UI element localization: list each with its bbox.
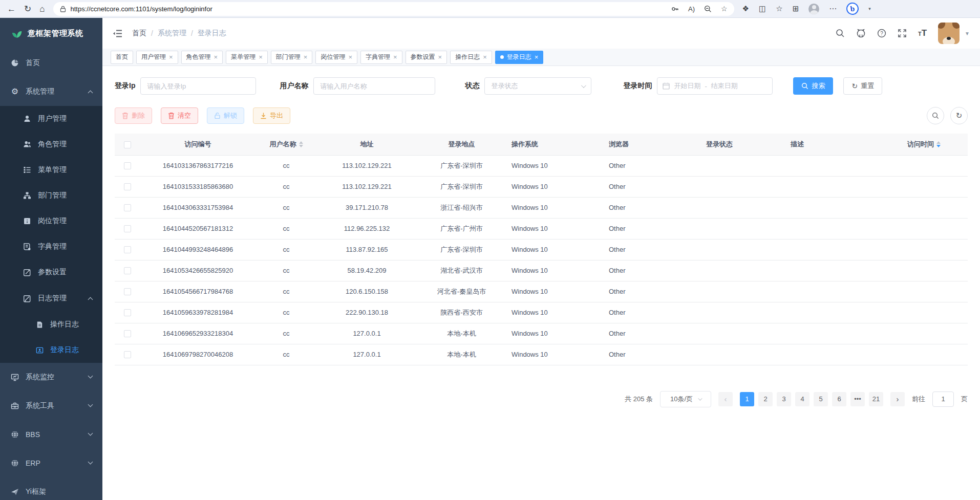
user-input[interactable]	[313, 77, 435, 95]
col-user-name[interactable]: 用户名称	[255, 134, 317, 155]
password-key-icon[interactable]	[671, 5, 679, 13]
row-checkbox[interactable]	[124, 225, 131, 232]
page-button[interactable]: 4	[795, 392, 809, 406]
table-row[interactable]: 1641059633978281984 cc 222.90.130.18 陕西省…	[115, 302, 968, 323]
reset-button[interactable]: ↻ 重置	[843, 77, 882, 95]
breadcrumb-home[interactable]: 首页	[132, 29, 146, 38]
page-button[interactable]: 2	[758, 392, 773, 406]
font-size-icon[interactable]: TT	[918, 28, 927, 38]
status-select[interactable]: 登录状态	[484, 77, 591, 95]
sort-icon-active[interactable]	[936, 141, 941, 147]
toggle-search-button[interactable]	[927, 107, 944, 124]
search-button[interactable]: 搜索	[793, 77, 833, 95]
next-page-button[interactable]: ›	[890, 392, 905, 406]
back-icon[interactable]: ←	[7, 5, 16, 13]
read-aloud-icon[interactable]: A)	[688, 5, 695, 13]
tab[interactable]: 岗位管理 ×	[315, 51, 357, 64]
delete-button[interactable]: 删除	[115, 107, 152, 124]
browser-more-icon[interactable]: ⋯	[829, 4, 837, 13]
close-tab-icon[interactable]: ×	[169, 54, 173, 60]
close-tab-icon[interactable]: ×	[348, 54, 352, 60]
breadcrumb-system[interactable]: 系统管理	[158, 29, 186, 38]
close-tab-icon[interactable]: ×	[438, 54, 442, 60]
row-checkbox[interactable]	[124, 330, 131, 337]
row-checkbox[interactable]	[124, 162, 131, 169]
sidebar-item-dict[interactable]: 字典管理	[0, 234, 102, 259]
row-checkbox[interactable]	[124, 267, 131, 274]
favorites-bar-icon[interactable]: ☆	[776, 4, 782, 13]
sidebar-item-erp[interactable]: ERP	[0, 449, 102, 477]
home-icon[interactable]: ⌂	[39, 5, 45, 13]
help-icon[interactable]: ?	[877, 29, 886, 38]
sidebar-item-tools[interactable]: 系统工具	[0, 392, 102, 420]
menu-fold-icon[interactable]	[113, 29, 123, 38]
table-row[interactable]: 1641053426655825920 cc 58.19.42.209 湖北省-…	[115, 260, 968, 281]
sidebar-item-roles[interactable]: 角色管理	[0, 132, 102, 157]
browser-profile-avatar[interactable]	[808, 4, 819, 14]
table-row[interactable]: 1641069652933218304 cc 127.0.0.1 本地-本机 W…	[115, 323, 968, 344]
row-checkbox[interactable]	[124, 351, 131, 358]
table-row[interactable]: 1641043063331753984 cc 39.171.210.78 浙江省…	[115, 197, 968, 218]
page-button[interactable]: 1	[740, 392, 754, 406]
tab[interactable]: 字典管理 ×	[360, 51, 402, 64]
table-row[interactable]: 1641054566717984768 cc 120.6.150.158 河北省…	[115, 281, 968, 302]
bing-caret-icon[interactable]: ▾	[868, 6, 871, 11]
sidebar-item-users[interactable]: 用户管理	[0, 106, 102, 132]
page-button[interactable]: 21	[869, 392, 883, 406]
sidebar-item-login-log[interactable]: 登录日志	[0, 337, 102, 363]
table-row[interactable]: 1641031367863177216 cc 113.102.129.221 广…	[115, 155, 968, 176]
add-favorite-icon[interactable]: ☆	[721, 5, 728, 13]
tab[interactable]: 参数设置 ×	[406, 51, 448, 64]
sidebar-item-depts[interactable]: 部门管理	[0, 183, 102, 208]
row-checkbox[interactable]	[124, 309, 131, 316]
page-button[interactable]: 5	[814, 392, 828, 406]
row-checkbox[interactable]	[124, 288, 131, 295]
sidebar-item-operation-log[interactable]: 操作日志	[0, 312, 102, 337]
sort-icon[interactable]	[299, 141, 303, 147]
header-search-icon[interactable]	[836, 29, 845, 38]
row-checkbox[interactable]	[124, 246, 131, 253]
refresh-icon[interactable]: ↻	[24, 5, 31, 13]
sidebar-item-home[interactable]: 首页	[0, 49, 102, 77]
tab[interactable]: 登录日志 ×	[495, 51, 544, 64]
close-tab-icon[interactable]: ×	[393, 54, 397, 60]
ip-input[interactable]	[140, 77, 256, 95]
bing-copilot-icon[interactable]: b	[846, 2, 860, 15]
export-button[interactable]: 导出	[253, 107, 290, 124]
page-button[interactable]: 3	[777, 392, 791, 406]
goto-page-input[interactable]	[932, 392, 954, 407]
tab[interactable]: 菜单管理 ×	[226, 51, 268, 64]
select-all-checkbox[interactable]	[124, 141, 131, 148]
sidebar-item-menus[interactable]: 菜单管理	[0, 157, 102, 183]
sidebar-item-logs[interactable]: 日志管理	[0, 285, 102, 312]
sidebar-item-yi-framework[interactable]: Yi框架	[0, 477, 102, 500]
sidebar-item-posts[interactable]: 岗位管理	[0, 208, 102, 234]
page-button[interactable]: •••	[850, 392, 865, 406]
unlock-button[interactable]: 解锁	[207, 107, 244, 124]
table-row[interactable]: 1641069798270046208 cc 127.0.0.1 本地-本机 W…	[115, 344, 968, 365]
close-tab-icon[interactable]: ×	[214, 54, 218, 60]
sidebar-item-params[interactable]: 参数设置	[0, 259, 102, 285]
page-size-select[interactable]: 10条/页	[660, 391, 711, 407]
tab[interactable]: 部门管理 ×	[271, 51, 313, 64]
sidebar-item-system[interactable]: ⚙ 系统管理	[0, 77, 102, 106]
row-checkbox[interactable]	[124, 183, 131, 190]
close-tab-icon[interactable]: ×	[259, 54, 263, 60]
close-tab-icon[interactable]: ×	[483, 54, 487, 60]
github-icon[interactable]	[856, 29, 866, 38]
tab[interactable]: 操作日志 ×	[450, 51, 492, 64]
sidebar-item-monitor[interactable]: 系统监控	[0, 363, 102, 392]
page-button[interactable]: 6	[832, 392, 846, 406]
url-text[interactable]: https://ccnetcore.com:1101/system/log/lo…	[71, 5, 667, 13]
address-bar[interactable]: https://ccnetcore.com:1101/system/log/lo…	[53, 2, 734, 16]
fullscreen-icon[interactable]	[898, 29, 907, 38]
col-visit-time[interactable]: 访问时间	[880, 134, 968, 155]
collections-icon[interactable]: ⊞	[793, 4, 799, 13]
close-tab-icon[interactable]: ×	[535, 54, 539, 60]
table-row[interactable]: 1641044993248464896 cc 113.87.92.165 广东省…	[115, 239, 968, 260]
table-row[interactable]: 1641031533185863680 cc 113.102.129.221 广…	[115, 176, 968, 197]
row-checkbox[interactable]	[124, 204, 131, 211]
split-screen-icon[interactable]: ◫	[759, 4, 766, 13]
table-row[interactable]: 1641044520567181312 cc 112.96.225.132 广东…	[115, 218, 968, 239]
zoom-out-icon[interactable]	[704, 5, 712, 13]
